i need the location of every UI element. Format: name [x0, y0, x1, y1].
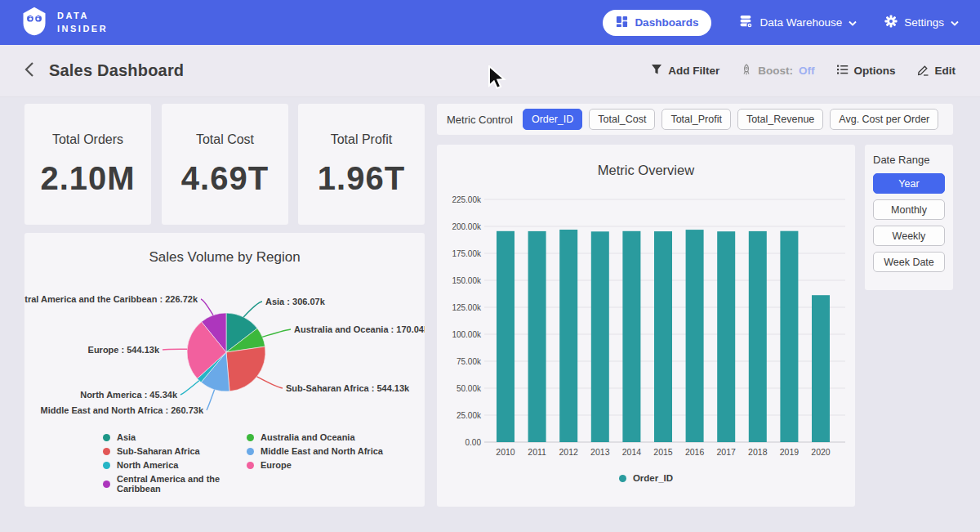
- y-axis-tick: 125.00k: [452, 303, 482, 312]
- date-range-buttons: YearMonthlyWeeklyWeek Date: [873, 173, 945, 272]
- bar-2015[interactable]: [654, 231, 672, 442]
- kpi-card-total-cost: Total Cost 4.69T: [162, 104, 288, 225]
- pie-chart[interactable]: Asia : 306.07kAustralia and Oceania : 17…: [24, 267, 425, 429]
- y-axis-tick: 25.00k: [457, 411, 482, 420]
- bar-2018[interactable]: [749, 231, 767, 442]
- pie-leader-line: [207, 390, 215, 410]
- legend-item-middle-east-and-north-africa[interactable]: Middle East and North Africa: [247, 446, 383, 456]
- rocket-icon: [741, 64, 752, 78]
- boost-state: Off: [799, 65, 815, 77]
- date-range-option-year[interactable]: Year: [873, 173, 945, 194]
- nav-data-warehouse-label: Data Warehouse: [760, 16, 842, 29]
- y-axis-tick: 50.00k: [457, 384, 482, 393]
- y-axis-tick: 0.00: [466, 438, 482, 447]
- x-axis-tick: 2013: [590, 447, 610, 457]
- pie-chart-card: Sales Volume by Region Asia : 306.07kAus…: [24, 233, 425, 507]
- page-header: Sales Dashboard Add Filter Boost: Off: [0, 45, 980, 97]
- metric-option-total-revenue[interactable]: Total_Revenue: [737, 109, 823, 130]
- legend-dot: [103, 434, 110, 441]
- pie-label-middle-east-and-north-africa: Middle East and North Africa : 260.73k: [41, 405, 204, 415]
- kpi-label: Total Profit: [331, 132, 393, 147]
- legend-item-sub-saharan-africa[interactable]: Sub-Saharan Africa: [103, 446, 247, 456]
- metric-option-order-id[interactable]: Order_ID: [523, 109, 582, 130]
- metric-option-total-cost[interactable]: Total_Cost: [589, 109, 655, 130]
- nav-data-warehouse[interactable]: Data Warehouse: [739, 15, 857, 31]
- legend-item-central-america-and-the-caribbean[interactable]: Central America and the Caribbean: [103, 474, 247, 494]
- bar-chart-card: Metric Overview 0.0025.00k50.00k75.00k10…: [437, 145, 855, 507]
- kpi-card-total-profit: Total Profit 1.96T: [298, 104, 425, 225]
- legend-dot: [247, 462, 254, 469]
- legend-label: Australia and Oceania: [261, 432, 355, 442]
- back-button[interactable]: [24, 61, 34, 81]
- kpi-value: 4.69T: [181, 160, 269, 197]
- pencil-edit-icon: [917, 64, 929, 78]
- legend-label: Sub-Saharan Africa: [117, 446, 200, 456]
- owl-logo-icon: [20, 6, 49, 40]
- brand: DATA INSIDER: [20, 6, 108, 40]
- bar-2011[interactable]: [528, 231, 546, 442]
- nav-settings[interactable]: Settings: [884, 15, 959, 30]
- legend-dot: [247, 434, 254, 441]
- x-axis-tick: 2019: [780, 447, 800, 457]
- pie-label-central-america-and-the-caribbean: Central America and the Caribbean : 226.…: [24, 294, 198, 304]
- bar-2019[interactable]: [780, 231, 798, 442]
- x-axis-tick: 2015: [653, 447, 673, 457]
- boost-toggle[interactable]: Boost: Off: [741, 64, 814, 78]
- nav-dashboards-button[interactable]: Dashboards: [603, 10, 711, 36]
- nav-dashboards-label: Dashboards: [635, 16, 698, 29]
- bar-chart-title: Metric Overview: [437, 163, 855, 178]
- pie-label-asia: Asia : 306.07k: [265, 297, 326, 306]
- pie-leader-line: [163, 349, 187, 350]
- bar-2013[interactable]: [591, 231, 609, 442]
- bar-2012[interactable]: [559, 230, 577, 442]
- x-axis-tick: 2010: [496, 447, 515, 457]
- nav-settings-label: Settings: [904, 16, 944, 29]
- kpi-card-total-orders: Total Orders 2.10M: [24, 104, 151, 225]
- bar-chart[interactable]: 0.0025.00k50.00k75.00k100.00k125.00k150.…: [437, 184, 855, 468]
- gear-icon: [884, 15, 898, 30]
- pie-label-sub-saharan-africa: Sub-Saharan Africa : 544.13k: [286, 383, 410, 393]
- legend-item-north-america[interactable]: North America: [103, 460, 247, 470]
- kpi-value: 2.10M: [40, 160, 135, 197]
- add-filter-button[interactable]: Add Filter: [651, 64, 719, 78]
- filter-funnel-icon: [651, 64, 662, 78]
- options-button[interactable]: Options: [836, 64, 896, 78]
- legend-dot: [103, 448, 110, 455]
- legend-item-australia-and-oceania[interactable]: Australia and Oceania: [247, 432, 383, 442]
- pie-label-north-america: North America : 45.34k: [80, 390, 178, 400]
- edit-button[interactable]: Edit: [917, 64, 956, 78]
- date-range-option-week-date[interactable]: Week Date: [873, 252, 945, 272]
- y-axis-tick: 100.00k: [452, 330, 482, 339]
- legend-label: Central America and the Caribbean: [117, 474, 247, 494]
- x-axis-tick: 2020: [811, 447, 831, 457]
- bar-2020[interactable]: [812, 295, 830, 442]
- legend-dot: [103, 462, 110, 469]
- x-axis-tick: 2018: [748, 447, 768, 457]
- bar-2010[interactable]: [497, 231, 514, 442]
- kpi-value: 1.96T: [318, 160, 405, 197]
- bar-2016[interactable]: [686, 230, 704, 442]
- legend-item-asia[interactable]: Asia: [103, 432, 247, 442]
- pie-label-europe: Europe : 544.13k: [88, 345, 160, 355]
- y-axis-tick: 225.00k: [452, 195, 482, 204]
- list-options-icon: [836, 64, 849, 78]
- database-icon: [739, 15, 753, 31]
- bar-2014[interactable]: [622, 231, 640, 442]
- pie-slice-sub-saharan-africa[interactable]: [226, 346, 265, 391]
- date-range-option-monthly[interactable]: Monthly: [873, 199, 945, 220]
- date-range-option-weekly[interactable]: Weekly: [873, 226, 945, 246]
- x-axis-tick: 2014: [622, 447, 642, 457]
- y-axis-tick: 200.00k: [452, 222, 482, 231]
- x-axis-tick: 2011: [528, 447, 546, 457]
- x-axis-tick: 2017: [717, 447, 737, 457]
- pie-label-australia-and-oceania: Australia and Oceania : 170.04k: [294, 324, 425, 334]
- top-navigation: DATA INSIDER Dashboards: [0, 0, 980, 45]
- pie-leader-line: [262, 329, 291, 337]
- dashboard-grid-icon: [616, 16, 628, 30]
- legend-item-europe[interactable]: Europe: [247, 460, 383, 470]
- date-range-panel: Date Range YearMonthlyWeeklyWeek Date: [865, 145, 953, 290]
- metric-option-total-profit[interactable]: Total_Profit: [662, 109, 731, 130]
- chevron-down-icon: [849, 16, 857, 29]
- bar-2017[interactable]: [717, 231, 735, 442]
- metric-option-avg-cost-per-order[interactable]: Avg. Cost per Order: [830, 109, 938, 130]
